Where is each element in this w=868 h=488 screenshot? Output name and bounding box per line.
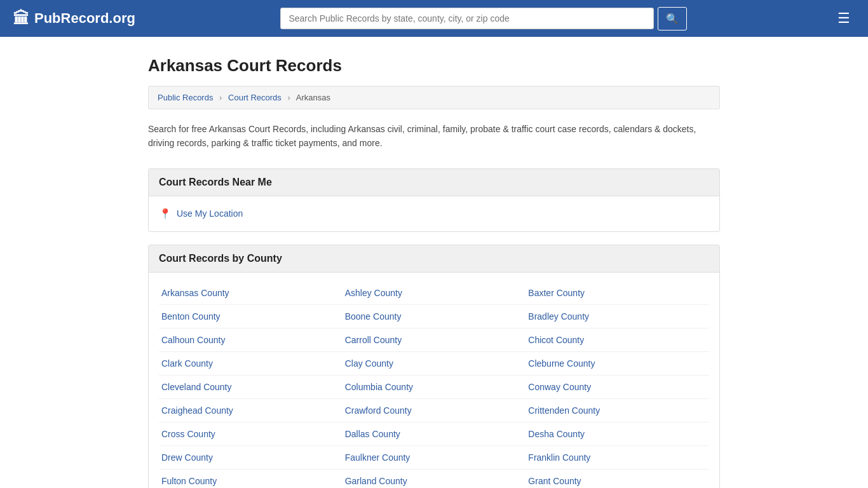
county-link[interactable]: Arkansas County bbox=[159, 281, 342, 305]
county-link[interactable]: Cleveland County bbox=[159, 376, 342, 399]
county-link[interactable]: Franklin County bbox=[526, 446, 709, 470]
county-link[interactable]: Benton County bbox=[159, 305, 342, 329]
main-content: Arkansas Court Records Public Records › … bbox=[135, 37, 733, 488]
county-section-body: Arkansas CountyAshley CountyBaxter Count… bbox=[149, 273, 719, 488]
logo-link[interactable]: 🏛 PubRecord.org bbox=[13, 9, 135, 29]
county-link[interactable]: Faulkner County bbox=[342, 446, 526, 470]
county-link[interactable]: Crawford County bbox=[342, 399, 526, 423]
county-link[interactable]: Dallas County bbox=[342, 423, 526, 446]
logo-icon: 🏛 bbox=[13, 9, 29, 29]
county-link[interactable]: Chicot County bbox=[526, 329, 709, 352]
use-location-label: Use My Location bbox=[177, 208, 243, 219]
breadcrumb-sep-2: › bbox=[287, 93, 290, 102]
header-right: ☰ bbox=[832, 8, 855, 29]
logo-text: PubRecord.org bbox=[34, 10, 135, 27]
county-link[interactable]: Grant County bbox=[526, 470, 709, 488]
near-me-section-header: Court Records Near Me bbox=[149, 169, 719, 196]
breadcrumb-court-records[interactable]: Court Records bbox=[228, 93, 281, 102]
county-link[interactable]: Conway County bbox=[526, 376, 709, 399]
location-icon: 📍 bbox=[159, 208, 172, 220]
county-link[interactable]: Cross County bbox=[159, 423, 342, 446]
county-link[interactable]: Drew County bbox=[159, 446, 342, 470]
county-link[interactable]: Garland County bbox=[342, 470, 526, 488]
county-link[interactable]: Columbia County bbox=[342, 376, 526, 399]
page-description: Search for free Arkansas Court Records, … bbox=[148, 122, 720, 151]
county-link[interactable]: Baxter County bbox=[526, 281, 709, 305]
breadcrumb-sep-1: › bbox=[219, 93, 222, 102]
county-link[interactable]: Ashley County bbox=[342, 281, 526, 305]
county-link[interactable]: Clay County bbox=[342, 352, 526, 376]
near-me-section: Court Records Near Me 📍 Use My Location bbox=[148, 168, 720, 232]
site-header: 🏛 PubRecord.org 🔍 ☰ bbox=[0, 0, 868, 37]
use-location-button[interactable]: 📍 Use My Location bbox=[159, 205, 243, 222]
breadcrumb: Public Records › Court Records › Arkansa… bbox=[148, 86, 720, 109]
near-me-section-body: 📍 Use My Location bbox=[149, 196, 719, 231]
search-input[interactable] bbox=[280, 8, 654, 29]
county-link[interactable]: Clark County bbox=[159, 352, 342, 376]
page-title: Arkansas Court Records bbox=[148, 56, 720, 76]
breadcrumb-public-records[interactable]: Public Records bbox=[158, 93, 213, 102]
county-grid: Arkansas CountyAshley CountyBaxter Count… bbox=[159, 281, 709, 488]
county-link[interactable]: Fulton County bbox=[159, 470, 342, 488]
search-button[interactable]: 🔍 bbox=[658, 7, 687, 30]
county-link[interactable]: Carroll County bbox=[342, 329, 526, 352]
county-link[interactable]: Boone County bbox=[342, 305, 526, 329]
search-icon: 🔍 bbox=[666, 13, 679, 24]
county-link[interactable]: Cleburne County bbox=[526, 352, 709, 376]
county-link[interactable]: Craighead County bbox=[159, 399, 342, 423]
county-link[interactable]: Crittenden County bbox=[526, 399, 709, 423]
county-section-header: Court Records by County bbox=[149, 245, 719, 273]
menu-button[interactable]: ☰ bbox=[832, 8, 855, 29]
county-link[interactable]: Desha County bbox=[526, 423, 709, 446]
county-section: Court Records by County Arkansas CountyA… bbox=[148, 245, 720, 488]
search-area: 🔍 bbox=[280, 7, 687, 30]
breadcrumb-current: Arkansas bbox=[296, 93, 330, 102]
hamburger-icon: ☰ bbox=[837, 10, 850, 26]
county-link[interactable]: Bradley County bbox=[526, 305, 709, 329]
county-link[interactable]: Calhoun County bbox=[159, 329, 342, 352]
